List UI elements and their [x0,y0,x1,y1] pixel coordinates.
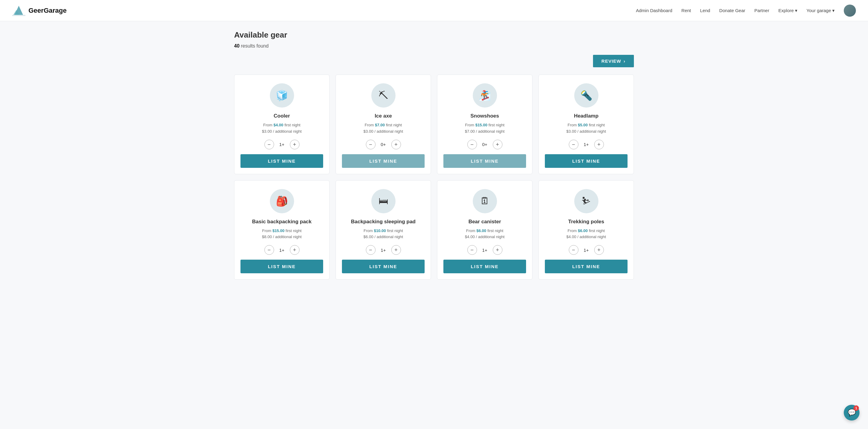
qty-value: 1+ [583,247,590,253]
brand-name: GeerGarage [28,7,67,14]
qty-value: 0+ [380,142,387,147]
gear-card: 🗓 Bear canister From $6.00 first night $… [437,180,532,280]
qty-control: − 1+ + [569,245,604,255]
nav-explore-dropdown[interactable]: Explore ▾ [778,8,798,13]
gear-icon-circle: 🏂 [473,83,497,108]
list-mine-button[interactable]: LIST MINE [443,259,526,273]
gear-grid: 🧊 Cooler From $4.00 first night $3.00 / … [234,74,634,280]
gear-icon-circle: ⛏ [371,83,396,108]
chevron-down-icon: ▾ [832,8,835,13]
gear-price: From $6.00 first night $4.00 / additiona… [566,228,606,241]
qty-increase-btn[interactable]: + [594,245,604,255]
qty-value: 0+ [481,142,489,147]
gear-icon: 🏂 [479,90,491,101]
chevron-right-icon: › [624,59,625,64]
gear-name: Bear canister [468,219,501,225]
nav-partner[interactable]: Partner [754,8,769,13]
qty-value: 1+ [278,247,286,253]
review-button[interactable]: REVIEW › [593,55,634,67]
gear-icon: 🧊 [276,90,288,101]
nav-rent[interactable]: Rent [681,8,691,13]
qty-value: 1+ [583,142,590,147]
qty-increase-btn[interactable]: + [493,140,502,149]
list-mine-button[interactable]: LIST MINE [342,259,425,273]
navbar: GeerGarage Admin Dashboard Rent Lend Don… [0,0,868,21]
gear-icon-circle: 🔦 [574,83,598,108]
qty-control: − 0+ + [366,140,401,149]
nav-admin-dashboard[interactable]: Admin Dashboard [636,8,672,13]
qty-decrease-btn[interactable]: − [569,140,579,149]
gear-price: From $5.00 first night $3.00 / additiona… [566,122,606,135]
svg-rect-2 [12,15,26,16]
gear-name: Ice axe [375,113,392,119]
qty-control: − 1+ + [467,245,502,255]
gear-icon-circle: 🛏 [371,189,396,213]
gear-icon-circle: 🎒 [270,189,294,213]
list-mine-button[interactable]: LIST MINE [545,259,627,273]
list-mine-button[interactable]: LIST MINE [342,154,425,168]
qty-control: − 1+ + [265,245,300,255]
gear-icon: ⛏ [379,90,388,101]
main-content: Available gear 40 results found REVIEW ›… [222,21,646,289]
list-mine-button[interactable]: LIST MINE [241,154,323,168]
gear-name: Cooler [274,113,290,119]
qty-decrease-btn[interactable]: − [366,140,376,149]
brand-logo-icon [12,4,26,17]
gear-icon-circle: 🗓 [473,189,497,213]
gear-name: Headlamp [574,113,598,119]
list-mine-button[interactable]: LIST MINE [241,259,323,273]
user-avatar[interactable] [844,4,856,17]
gear-name: Snowshoes [470,113,499,119]
page-title: Available gear [234,30,634,40]
qty-increase-btn[interactable]: + [391,140,401,149]
gear-icon-circle: 🧊 [270,83,294,108]
review-btn-row: REVIEW › [234,55,634,67]
gear-card: 🎒 Basic backpacking pack From $15.00 fir… [234,180,330,280]
qty-increase-btn[interactable]: + [391,245,401,255]
qty-value: 1+ [278,142,286,147]
gear-name: Trekking poles [568,219,604,225]
qty-increase-btn[interactable]: + [594,140,604,149]
qty-value: 1+ [481,247,489,253]
qty-decrease-btn[interactable]: − [366,245,376,255]
gear-card: 🧊 Cooler From $4.00 first night $3.00 / … [234,74,330,174]
qty-decrease-btn[interactable]: − [265,140,274,149]
gear-price: From $15.00 first night $8.00 / addition… [262,228,302,241]
brand-link[interactable]: GeerGarage [12,4,67,17]
qty-increase-btn[interactable]: + [290,140,300,149]
gear-icon: 🔦 [580,90,592,101]
chevron-down-icon: ▾ [795,8,798,13]
qty-value: 1+ [380,247,387,253]
nav-lend[interactable]: Lend [700,8,710,13]
gear-card: ⛏ Ice axe From $7.00 first night $3.00 /… [336,74,431,174]
gear-price: From $6.00 first night $4.00 / additiona… [465,228,504,241]
gear-price: From $10.00 first night $6.00 / addition… [364,228,403,241]
gear-card: 🔦 Headlamp From $5.00 first night $3.00 … [538,74,634,174]
qty-control: − 1+ + [366,245,401,255]
nav-links: Admin Dashboard Rent Lend Donate Gear Pa… [636,4,856,17]
gear-icon: 🛏 [379,195,388,207]
qty-decrease-btn[interactable]: − [265,245,274,255]
gear-icon-circle: ⛷ [574,189,598,213]
gear-card: 🛏 Backpacking sleeping pad From $10.00 f… [336,180,431,280]
gear-icon: ⛷ [582,195,591,207]
gear-name: Backpacking sleeping pad [351,219,416,225]
results-count: 40 results found [234,43,634,49]
list-mine-button[interactable]: LIST MINE [443,154,526,168]
qty-increase-btn[interactable]: + [290,245,300,255]
gear-name: Basic backpacking pack [252,219,312,225]
qty-control: − 1+ + [569,140,604,149]
qty-increase-btn[interactable]: + [493,245,502,255]
nav-donate-gear[interactable]: Donate Gear [719,8,745,13]
qty-decrease-btn[interactable]: − [467,245,477,255]
gear-price: From $4.00 first night $3.00 / additiona… [262,122,302,135]
gear-card: 🏂 Snowshoes From $15.00 first night $7.0… [437,74,532,174]
qty-control: − 1+ + [265,140,300,149]
qty-decrease-btn[interactable]: − [569,245,579,255]
qty-decrease-btn[interactable]: − [467,140,477,149]
gear-icon: 🗓 [480,195,490,207]
list-mine-button[interactable]: LIST MINE [545,154,627,168]
gear-card: ⛷ Trekking poles From $6.00 first night … [538,180,634,280]
nav-your-garage-dropdown[interactable]: Your garage ▾ [807,8,835,13]
gear-price: From $7.00 first night $3.00 / additiona… [364,122,403,135]
